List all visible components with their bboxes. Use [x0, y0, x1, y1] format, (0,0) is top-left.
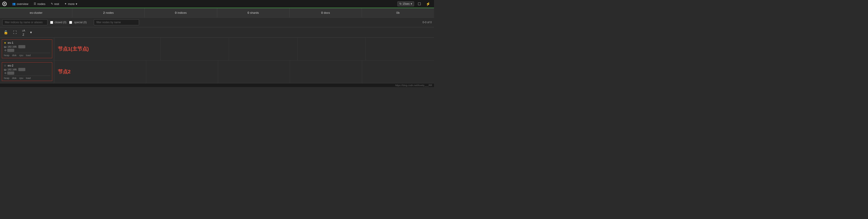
- server-icon-es2: 🖴: [4, 68, 6, 71]
- node-row-es2: ☆ es-2 🖴 192.168.███ ⚙ ███ heap disk: [0, 61, 434, 83]
- transport-suffix-es1: ███: [7, 49, 14, 52]
- grid-col-2-es1: [161, 38, 229, 60]
- shards-count: 0: [248, 11, 249, 14]
- nav-label-more: more: [68, 2, 74, 6]
- node-ip-suffix-es1: ███: [18, 45, 25, 48]
- node-metrics-es1: heap disk cpu load: [4, 53, 50, 57]
- node-ip-prefix-es2: 192.168.: [7, 68, 17, 71]
- grid-col-5-es1: [366, 38, 434, 60]
- nodes-rows-container: ★ es-1 🖴 192.168.███ ⚙ ███ heap disk: [0, 38, 434, 83]
- grid-col-2-es2: [146, 61, 218, 83]
- grid-col-1-es2: [74, 61, 146, 83]
- node-card-es2[interactable]: ☆ es-2 🖴 192.168.███ ⚙ ███ heap disk: [2, 62, 52, 81]
- filter-nodes-input[interactable]: [94, 20, 139, 25]
- node-transport-es2: ⚙ ███: [4, 72, 50, 75]
- toolbar-row: 🔓 ⛶ ↕AZ ▾: [0, 27, 434, 38]
- nav-label-rest: rest: [54, 2, 59, 6]
- node-ip-es1: 🖴 192.168.███: [4, 45, 50, 48]
- dropdown-button[interactable]: ▾: [29, 30, 33, 35]
- nodes-icon: ☰: [34, 2, 36, 5]
- indices-label: indices: [178, 11, 186, 14]
- closed-label: closed (0): [55, 21, 66, 24]
- grid-col-4-es2: [290, 61, 362, 83]
- docs-count-cell: 0 docs: [289, 8, 362, 17]
- nav-label-overview: overview: [17, 2, 28, 6]
- expand-icon: ⛶: [13, 31, 17, 34]
- url-bar: https://blog.csdn.net/lovely___RR: [0, 83, 434, 87]
- special-label: .special (0): [73, 21, 87, 24]
- transport-icon-es1: ⚙: [4, 49, 6, 52]
- sort-button[interactable]: ↕AZ: [20, 28, 26, 37]
- node-ip-es2: 🖴 192.168.███: [4, 68, 50, 71]
- nodes-label: nodes: [106, 11, 114, 14]
- grid-col-3-es1: [229, 38, 297, 60]
- grid-col-1-es1: [92, 38, 161, 60]
- docs-label: docs: [324, 11, 330, 14]
- master-star-icon-es1: ★: [4, 41, 6, 44]
- summary-bar: es-cluster 2 nodes 0 indices 0 shards 0 …: [0, 8, 434, 17]
- transport-suffix-es2: ███: [7, 72, 14, 75]
- node-grid-cols-es1: [92, 38, 434, 60]
- svg-point-1: [4, 3, 5, 4]
- indices-count-cell: 0 indices: [145, 8, 217, 17]
- nav-label-nodes: nodes: [37, 2, 45, 6]
- cluster-name: es-cluster: [30, 11, 42, 14]
- more-dropdown-icon: ▾: [76, 2, 77, 6]
- server-icon-es1: 🖴: [4, 45, 6, 48]
- refresh-icon: ↻: [399, 2, 402, 5]
- filter-count: 0-0 of 0: [423, 21, 432, 24]
- metric-heap-es2: heap: [4, 77, 9, 79]
- star-icon-es2: ☆: [4, 64, 6, 67]
- metric-load-es1: load: [26, 54, 31, 57]
- node-card-container-es2: ☆ es-2 🖴 192.168.███ ⚙ ███ heap disk: [0, 61, 54, 83]
- nav-items: 👥 overview ☰ nodes ✎ rest ✦ more ▾: [10, 1, 80, 6]
- node-card-es1[interactable]: ★ es-1 🖴 192.168.███ ⚙ ███ heap disk: [2, 39, 52, 58]
- node-grid-cols-es2: [74, 61, 434, 83]
- node-ip-prefix-es1: 192.168.: [7, 45, 17, 48]
- node-name-es2: es-2: [8, 64, 13, 67]
- filter-bar: closed (0) .special (0) 0-0 of 0: [0, 17, 434, 27]
- metric-disk-es2: disk: [12, 77, 17, 79]
- nav-item-nodes[interactable]: ☰ nodes: [31, 1, 48, 6]
- size-cell: 0b: [362, 8, 434, 17]
- refresh-label: 15sec: [403, 2, 410, 5]
- closed-checkbox[interactable]: [50, 21, 53, 24]
- node-row-es1: ★ es-1 🖴 192.168.███ ⚙ ███ heap disk: [0, 38, 434, 61]
- metric-heap-es1: heap: [4, 54, 9, 57]
- main-grid: ★ es-1 🖴 192.168.███ ⚙ ███ heap disk: [0, 38, 434, 83]
- lightning-icon-button[interactable]: ⚡: [425, 1, 432, 6]
- transport-icon-es2: ⚙: [4, 72, 6, 74]
- node-transport-es1: ⚙ ███: [4, 49, 50, 52]
- nav-item-more[interactable]: ✦ more ▾: [62, 1, 80, 6]
- filter-indices-input[interactable]: [2, 20, 48, 25]
- metric-load-es2: load: [26, 77, 31, 79]
- lock-button[interactable]: 🔓: [2, 30, 9, 35]
- node-annotation-es1: 节点1(主节点): [54, 41, 92, 57]
- node-annotation-es2: 节点2: [54, 64, 74, 80]
- more-icon: ✦: [64, 2, 67, 5]
- refresh-button[interactable]: ↻ 15sec ▾: [397, 1, 414, 6]
- nav-item-rest[interactable]: ✎ rest: [49, 1, 61, 6]
- app-logo[interactable]: [2, 2, 7, 6]
- nodes-count-cell: 2 nodes: [72, 8, 145, 17]
- shards-label: shards: [250, 11, 259, 14]
- node-row-right-es1: 节点1(主节点): [54, 38, 434, 60]
- nodes-count: 2: [103, 11, 105, 14]
- node-ip-suffix-es2: ███: [18, 68, 25, 71]
- nav-item-overview[interactable]: 👥 overview: [10, 1, 31, 6]
- node-header-es2: ☆ es-2: [4, 64, 50, 67]
- special-checkbox[interactable]: [69, 21, 72, 24]
- metric-cpu-es2: cpu: [19, 77, 23, 79]
- cluster-name-cell: es-cluster: [0, 8, 72, 17]
- node-card-container-es1: ★ es-1 🖴 192.168.███ ⚙ ███ heap disk: [0, 38, 54, 60]
- url-text: https://blog.csdn.net/lovely___RR: [395, 84, 432, 86]
- nav-right: ↻ 15sec ▾ ☐ ⚡: [397, 1, 432, 6]
- grid-col-5-es2: [362, 61, 434, 83]
- expand-button[interactable]: ⛶: [12, 30, 18, 35]
- overview-icon: 👥: [12, 2, 16, 5]
- window-icon-button[interactable]: ☐: [416, 1, 422, 6]
- indices-count: 0: [175, 11, 177, 14]
- metric-cpu-es1: cpu: [19, 54, 23, 57]
- rest-icon: ✎: [51, 2, 53, 5]
- chevron-down-icon: ▾: [30, 31, 32, 34]
